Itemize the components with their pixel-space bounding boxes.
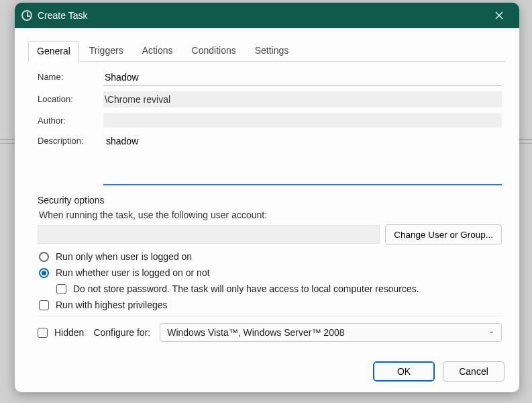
checkbox-icon (56, 284, 66, 294)
radio-icon (39, 252, 49, 262)
running-as-label: When running the task, use the following… (39, 210, 502, 220)
tab-actions[interactable]: Actions (134, 40, 182, 62)
name-input[interactable] (103, 69, 502, 86)
titlebar: Create Task (15, 3, 519, 28)
tab-settings[interactable]: Settings (246, 40, 298, 62)
checkbox-label: Hidden (54, 327, 84, 338)
checkbox-highest-privileges[interactable]: Run with highest privileges (39, 300, 502, 310)
create-task-window: Create Task General Triggers Actions Con… (15, 3, 519, 392)
radio-run-always[interactable]: Run whether user is logged on or not (39, 267, 502, 278)
window-title: Create Task (38, 10, 87, 21)
checkbox-label: Do not store password. The task will onl… (73, 283, 419, 294)
checkbox-hidden[interactable]: Hidden (38, 327, 84, 338)
tab-triggers[interactable]: Triggers (81, 40, 132, 62)
radio-label: Run whether user is logged on or not (56, 267, 210, 278)
change-user-button[interactable]: Change User or Group... (385, 224, 502, 244)
configure-for-label: Configure for: (93, 327, 150, 338)
general-panel: Name: Location: \Chrome revival Author: … (15, 62, 519, 352)
configure-for-value: Windows Vista™, Windows Server™ 2008 (167, 327, 344, 338)
dialog-footer: OK Cancel (15, 352, 519, 392)
configure-for-select[interactable]: Windows Vista™, Windows Server™ 2008 (160, 323, 502, 342)
tab-conditions[interactable]: Conditions (183, 40, 245, 62)
radio-icon (39, 268, 49, 278)
close-icon (495, 11, 503, 19)
checkbox-icon (39, 300, 49, 310)
radio-run-logged-on[interactable]: Run only when user is logged on (39, 251, 502, 262)
name-label: Name: (38, 69, 103, 82)
close-button[interactable] (486, 5, 513, 26)
cancel-button[interactable]: Cancel (443, 361, 504, 382)
tabstrip: General Triggers Actions Conditions Sett… (15, 28, 519, 62)
author-label: Author: (38, 113, 103, 126)
security-heading: Security options (38, 195, 502, 206)
ok-button[interactable]: OK (373, 361, 435, 382)
clock-icon (21, 10, 32, 21)
location-label: Location: (38, 91, 103, 104)
user-account-box (38, 225, 380, 244)
checkbox-icon (38, 328, 48, 338)
author-value (103, 113, 502, 128)
description-label: Description: (38, 133, 103, 146)
tab-general[interactable]: General (28, 41, 79, 62)
checkbox-no-store-password[interactable]: Do not store password. The task will onl… (56, 283, 502, 294)
radio-label: Run only when user is logged on (56, 251, 192, 262)
checkbox-label: Run with highest privileges (56, 300, 168, 310)
description-input[interactable] (103, 133, 502, 185)
location-value: \Chrome revival (103, 91, 502, 107)
